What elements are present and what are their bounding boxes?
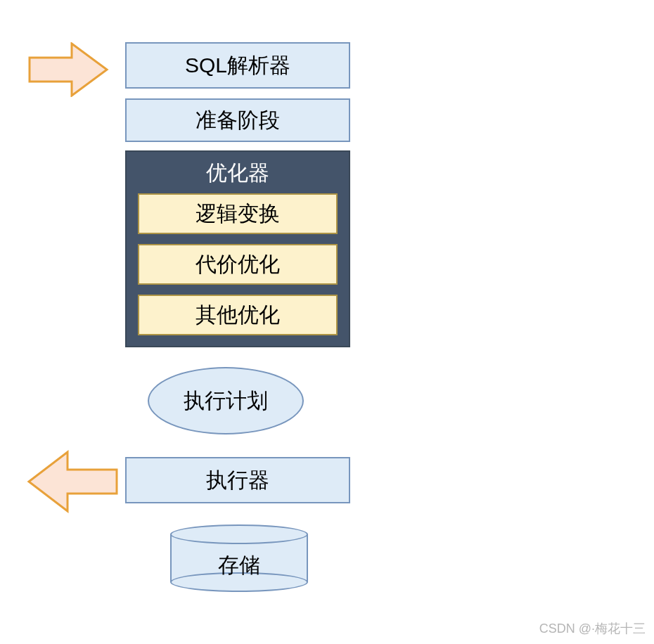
sql-parser-label: SQL解析器 [185,51,290,80]
input-arrow-icon [28,42,109,97]
execution-plan-label: 执行计划 [184,387,268,416]
optimizer-item-label: 代价优化 [195,250,280,279]
optimizer-item-label: 其他优化 [195,301,280,330]
executor-box: 执行器 [125,457,350,503]
optimizer-item-logical: 逻辑变换 [138,193,338,234]
diagram-canvas: SQL解析器 准备阶段 优化器 逻辑变换 代价优化 其他优化 执行计划 执行器 … [0,0,654,644]
execution-plan-ellipse: 执行计划 [148,367,304,434]
optimizer-title: 优化器 [127,152,349,193]
storage-cylinder: 存储 [170,524,308,592]
optimizer-item-cost: 代价优化 [138,244,338,285]
watermark-text: CSDN @·梅花十三 [539,620,646,637]
preparation-box: 准备阶段 [125,98,350,142]
optimizer-item-other: 其他优化 [138,295,338,335]
svg-marker-1 [29,452,117,511]
executor-label: 执行器 [206,466,269,495]
optimizer-container: 优化器 逻辑变换 代价优化 其他优化 [125,150,350,347]
sql-parser-box: SQL解析器 [125,42,350,89]
preparation-label: 准备阶段 [195,106,280,135]
optimizer-item-label: 逻辑变换 [195,200,280,228]
output-arrow-icon [27,450,118,513]
storage-label: 存储 [170,551,308,580]
svg-marker-0 [30,44,107,96]
